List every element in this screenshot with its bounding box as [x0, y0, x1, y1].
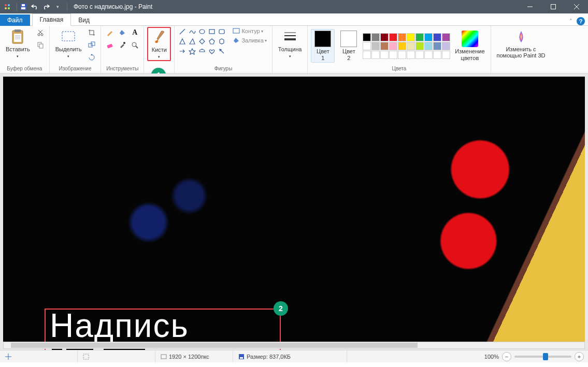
palette-empty[interactable] [424, 51, 433, 59]
copy-button[interactable] [35, 39, 46, 51]
select-button[interactable]: Выделить▾ [53, 27, 84, 60]
palette-color[interactable] [424, 42, 433, 50]
magnifier-tool[interactable] [129, 39, 140, 51]
shapes-gallery[interactable] [178, 27, 226, 56]
svg-rect-32 [209, 30, 214, 34]
zoom-out-button[interactable]: − [502, 352, 511, 361]
palette-color[interactable] [424, 33, 433, 41]
canvas-area: Надпись 2 [0, 74, 588, 350]
eraser-tool[interactable] [104, 39, 116, 51]
redo-icon[interactable] [42, 3, 50, 11]
close-button[interactable] [565, 0, 588, 13]
titlebar: ▾ Фото с надписью.jpg - Paint [0, 0, 588, 13]
tab-view[interactable]: Вид [71, 14, 97, 26]
svg-point-1 [8, 4, 10, 6]
tab-file[interactable]: Файл [0, 14, 30, 26]
palette-color[interactable] [433, 42, 441, 50]
palette-color[interactable] [407, 33, 415, 41]
group-label [289, 65, 291, 73]
palette-color[interactable] [389, 42, 397, 50]
palette-color[interactable] [371, 33, 380, 41]
selection-size [78, 350, 155, 362]
picker-tool[interactable] [117, 39, 128, 51]
qat-more-icon[interactable]: ▾ [53, 3, 62, 11]
svg-marker-38 [220, 39, 224, 44]
horizontal-scrollbar[interactable] [3, 342, 585, 349]
save-icon[interactable] [19, 3, 27, 11]
svg-rect-12 [15, 30, 21, 32]
palette-color[interactable] [398, 33, 406, 41]
crop-button[interactable] [86, 27, 97, 38]
tab-home[interactable]: Главная [32, 13, 71, 26]
group-size: Толщина▾ [273, 26, 308, 73]
zoom-in-button[interactable]: + [575, 352, 584, 361]
group-label: Цвета [392, 65, 407, 73]
palette-color[interactable] [380, 33, 389, 41]
palette-empty[interactable] [398, 51, 406, 59]
svg-rect-8 [551, 5, 555, 9]
palette-color[interactable] [407, 42, 415, 50]
svg-point-31 [199, 30, 205, 34]
canvas-text: Надпись [50, 307, 189, 344]
palette-empty[interactable] [433, 51, 441, 59]
palette-empty[interactable] [415, 51, 424, 59]
palette-color[interactable] [415, 33, 424, 41]
svg-point-3 [8, 7, 10, 9]
palette-empty[interactable] [380, 51, 389, 59]
palette-color[interactable] [415, 42, 424, 50]
palette-color[interactable] [380, 42, 389, 50]
shape-fill-button[interactable]: Заливка▾ [231, 36, 268, 45]
zoom-slider[interactable] [514, 356, 571, 358]
minimize-button[interactable] [518, 0, 541, 13]
palette-empty[interactable] [371, 51, 380, 59]
pencil-tool[interactable] [104, 27, 116, 38]
group-brushes: Кисти▾ 1 [144, 26, 175, 73]
rotate-button[interactable] [86, 52, 97, 63]
palette-empty[interactable] [442, 51, 450, 59]
svg-point-0 [5, 4, 7, 6]
palette-empty[interactable] [363, 51, 371, 59]
cut-button[interactable] [35, 27, 46, 38]
shape-outline-button[interactable]: Контур▾ [231, 27, 268, 35]
resize-button[interactable] [86, 39, 97, 51]
palette-color[interactable] [363, 42, 371, 50]
color-palette[interactable] [363, 33, 450, 59]
color1-button[interactable]: Цвет 1 [311, 29, 335, 62]
cursor-position [0, 350, 78, 362]
palette-color[interactable] [433, 33, 441, 41]
svg-rect-26 [107, 43, 113, 48]
edit-colors-button[interactable]: Изменение цветов [452, 29, 487, 62]
brushes-button[interactable]: Кисти▾ [147, 27, 171, 61]
maximize-button[interactable] [541, 0, 565, 13]
canvas-dimensions: 1920 × 1200пкс [155, 350, 233, 362]
group-label: Буфер обмена [7, 65, 42, 73]
palette-color[interactable] [442, 33, 450, 41]
fill-tool[interactable] [117, 27, 128, 38]
collapse-ribbon-icon[interactable]: ˄ [569, 18, 572, 25]
svg-rect-5 [21, 7, 25, 9]
group-label: Фигуры [214, 65, 232, 73]
palette-empty[interactable] [389, 51, 397, 59]
paint3d-button[interactable]: Изменить с помощью Paint 3D [494, 27, 548, 60]
group-label: Изображение [59, 65, 92, 73]
palette-color[interactable] [389, 33, 397, 41]
svg-line-30 [180, 29, 185, 34]
palette-color[interactable] [363, 33, 371, 41]
group-label [520, 65, 522, 73]
svg-rect-33 [219, 30, 224, 34]
size-button[interactable]: Толщина▾ [276, 27, 305, 60]
palette-color[interactable] [442, 42, 450, 50]
svg-marker-39 [189, 49, 195, 54]
palette-color[interactable] [398, 42, 406, 50]
color2-button[interactable]: Цвет 2 [337, 29, 361, 62]
text-tool[interactable]: A [129, 27, 140, 38]
paste-button[interactable]: Вставить▾ [3, 27, 33, 60]
palette-color[interactable] [371, 42, 380, 50]
svg-point-18 [41, 34, 43, 36]
svg-rect-40 [233, 28, 239, 33]
group-paint3d: Изменить с помощью Paint 3D [491, 26, 551, 73]
help-icon[interactable]: ? [577, 17, 585, 25]
undo-icon[interactable] [31, 3, 39, 11]
canvas[interactable]: Надпись 2 [3, 77, 585, 342]
palette-empty[interactable] [407, 51, 415, 59]
